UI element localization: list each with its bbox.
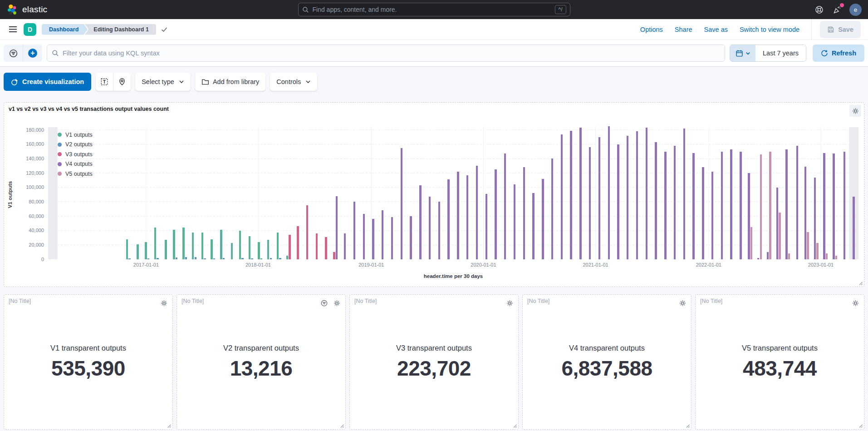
bar-v2[interactable] xyxy=(185,257,187,260)
bar-v4[interactable] xyxy=(646,128,647,259)
options-link[interactable]: Options xyxy=(640,26,663,33)
bar-v2[interactable] xyxy=(260,258,262,259)
bar-v4[interactable] xyxy=(514,184,515,259)
bar-v1[interactable] xyxy=(137,244,138,259)
panel-resize-handle[interactable] xyxy=(685,423,690,428)
bar-v1[interactable] xyxy=(258,242,260,259)
panel-resize-handle[interactable] xyxy=(512,423,517,428)
bar-v1[interactable] xyxy=(201,233,203,259)
bar-v4[interactable] xyxy=(617,144,619,259)
bar-v3[interactable] xyxy=(297,226,299,259)
bar-v4[interactable] xyxy=(504,154,506,259)
bar-v4[interactable] xyxy=(608,126,610,259)
bar-v4[interactable] xyxy=(344,233,346,259)
time-range-value[interactable]: Last 7 years xyxy=(755,45,806,61)
bar-v4[interactable] xyxy=(814,178,816,260)
bar-v4[interactable] xyxy=(457,172,459,259)
bar-v4[interactable] xyxy=(664,152,666,260)
user-avatar[interactable]: e xyxy=(849,4,862,16)
bar-v4[interactable] xyxy=(570,131,572,259)
legend-item-v5[interactable]: V5 outputs xyxy=(58,169,93,179)
controls-button[interactable]: Controls xyxy=(270,73,317,91)
bar-v3[interactable] xyxy=(306,205,308,259)
legend-item-v3[interactable]: V3 outputs xyxy=(58,149,93,159)
bar-v1[interactable] xyxy=(145,242,147,259)
bar-v1[interactable] xyxy=(126,239,128,259)
global-search-input[interactable] xyxy=(313,6,551,13)
bar-v3[interactable] xyxy=(289,235,290,259)
bar-v1[interactable] xyxy=(267,240,269,259)
bar-v4[interactable] xyxy=(476,166,478,259)
legend-item-v1[interactable]: V1 outputs xyxy=(58,130,93,140)
bar-v4[interactable] xyxy=(804,167,806,259)
bar-v4[interactable] xyxy=(438,202,440,259)
bar-v1[interactable] xyxy=(182,228,184,259)
bar-v4[interactable] xyxy=(495,169,496,259)
bar-v1[interactable] xyxy=(277,233,279,259)
menu-button[interactable] xyxy=(7,24,18,35)
bar-v4[interactable] xyxy=(542,179,544,259)
saved-query-menu-button[interactable] xyxy=(4,45,23,62)
elastic-brand[interactable]: elastic xyxy=(6,4,47,15)
bar-v2[interactable] xyxy=(204,258,206,259)
bar-v4[interactable] xyxy=(372,219,374,259)
bar-v4[interactable] xyxy=(796,146,798,259)
bar-v4[interactable] xyxy=(853,197,854,259)
bar-v4[interactable] xyxy=(532,193,534,259)
bar-v4[interactable] xyxy=(833,154,834,259)
panel-resize-handle[interactable] xyxy=(166,423,172,428)
bar-v4[interactable] xyxy=(692,153,694,259)
bar-v1[interactable] xyxy=(220,230,222,259)
bar-v4[interactable] xyxy=(410,216,412,259)
save-button[interactable]: Save xyxy=(820,21,861,38)
bar-v5[interactable] xyxy=(760,154,762,259)
bar-v4[interactable] xyxy=(561,134,563,260)
bar-v4[interactable] xyxy=(429,197,431,259)
bar-v4[interactable] xyxy=(767,252,769,259)
share-link[interactable]: Share xyxy=(675,26,692,33)
breadcrumb-check-icon[interactable] xyxy=(161,26,168,33)
create-visualization-button[interactable]: Create visualization xyxy=(4,73,91,91)
bar-v3[interactable] xyxy=(316,233,318,259)
bar-v4[interactable] xyxy=(523,167,525,259)
bar-v4[interactable] xyxy=(843,152,845,260)
panel-settings-button[interactable] xyxy=(677,297,688,309)
panel-settings-button[interactable] xyxy=(849,297,861,309)
breadcrumb-current[interactable]: Editing Dashboard 1 xyxy=(84,24,156,35)
bar-v2[interactable] xyxy=(128,258,130,259)
legend-item-v2[interactable]: V2 outputs xyxy=(58,140,93,150)
bar-v4[interactable] xyxy=(776,188,778,259)
bar-v2[interactable] xyxy=(157,258,158,259)
bar-v4[interactable] xyxy=(419,185,421,259)
bar-v4[interactable] xyxy=(363,214,365,259)
panel-resize-handle[interactable] xyxy=(858,280,863,286)
bar-v4[interactable] xyxy=(823,153,825,259)
breadcrumb-dashboard[interactable]: Dashboard xyxy=(42,24,88,35)
bar-v4[interactable] xyxy=(382,210,383,259)
bar-v2[interactable] xyxy=(176,258,177,259)
bar-v2[interactable] xyxy=(241,258,243,260)
bar-v4[interactable] xyxy=(336,196,338,259)
bar-v5[interactable] xyxy=(816,243,818,259)
add-map-button[interactable] xyxy=(113,73,131,91)
panel-resize-handle[interactable] xyxy=(339,423,344,428)
bar-v5[interactable] xyxy=(779,213,780,259)
kql-query-input[interactable] xyxy=(63,50,720,57)
bar-v1[interactable] xyxy=(286,256,288,259)
bar-v4[interactable] xyxy=(730,149,732,259)
bar-v1[interactable] xyxy=(239,231,241,259)
bar-v1[interactable] xyxy=(211,239,212,259)
bar-v4[interactable] xyxy=(683,129,685,259)
bar-v4[interactable] xyxy=(740,152,741,260)
bar-v4[interactable] xyxy=(598,137,600,259)
bar-v4[interactable] xyxy=(711,172,713,259)
panel-filter-badge-button[interactable] xyxy=(318,297,330,309)
bar-v4[interactable] xyxy=(466,175,468,259)
bar-v2[interactable] xyxy=(270,258,272,259)
panel-settings-button[interactable] xyxy=(331,297,343,309)
bar-v2[interactable] xyxy=(223,258,225,259)
bar-v5[interactable] xyxy=(788,253,790,259)
switch-to-view-mode-link[interactable]: Switch to view mode xyxy=(740,26,799,33)
help-button[interactable] xyxy=(813,4,825,15)
select-type-button[interactable]: Select type xyxy=(135,73,191,91)
